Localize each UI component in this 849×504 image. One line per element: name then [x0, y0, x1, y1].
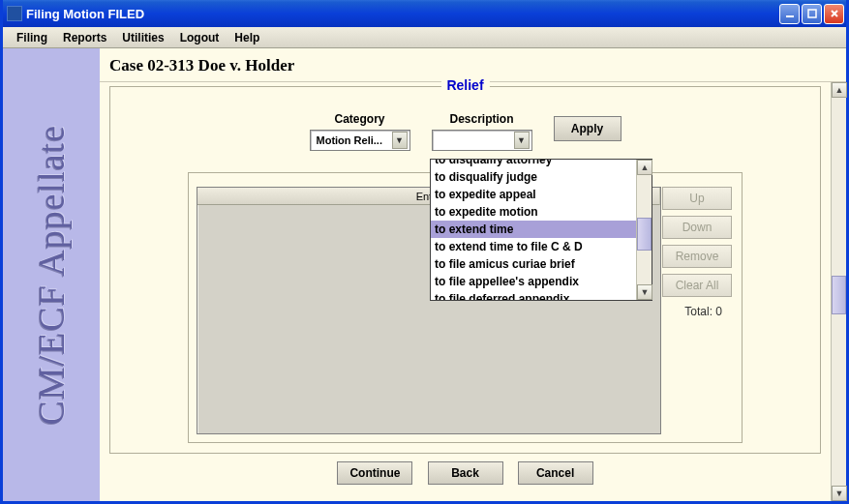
scrollbar-thumb[interactable]	[832, 276, 846, 314]
back-button[interactable]: Back	[428, 461, 503, 485]
category-label: Category	[334, 112, 384, 126]
chevron-down-icon: ▼	[392, 132, 408, 149]
scroll-down-icon[interactable]: ▼	[637, 284, 652, 300]
menu-help[interactable]: Help	[227, 29, 267, 46]
down-button[interactable]: Down	[662, 216, 732, 239]
scroll-down-icon[interactable]: ▼	[832, 486, 847, 501]
dropdown-option[interactable]: to extend time to file C & D	[431, 238, 636, 255]
dropdown-option[interactable]: to expedite motion	[431, 203, 636, 221]
menubar: Filing Reports Utilities Logout Help	[3, 27, 846, 48]
brand-text: CM/ECF Appellate	[30, 125, 73, 426]
cancel-button[interactable]: Cancel	[518, 461, 593, 485]
menu-reports[interactable]: Reports	[55, 29, 114, 46]
dropdown-option[interactable]: to expedite appeal	[431, 186, 636, 203]
dropdown-option[interactable]: to file appellee's appendix	[431, 273, 636, 290]
description-label: Description	[449, 112, 513, 126]
description-dropdown: to disqualify attorney to disqualify jud…	[430, 159, 652, 301]
svg-rect-0	[786, 15, 794, 17]
menu-utilities[interactable]: Utilities	[114, 29, 171, 46]
apply-button[interactable]: Apply	[554, 116, 622, 141]
total-label: Total: 0	[684, 305, 722, 318]
main-scrollbar[interactable]: ▲ ▼	[831, 82, 846, 501]
sidebar: CM/ECF Appellate	[3, 48, 100, 501]
category-value: Motion Reli...	[317, 134, 392, 146]
relief-legend: Relief	[440, 77, 489, 93]
main-panel: Case 02-313 Doe v. Holder Relief Categor…	[100, 48, 846, 501]
description-select[interactable]: ▼	[432, 130, 532, 151]
svg-rect-1	[808, 10, 816, 17]
dropdown-option[interactable]: to disqualify judge	[431, 168, 636, 186]
clear-all-button[interactable]: Clear All	[662, 274, 732, 297]
app-icon	[7, 6, 22, 21]
dropdown-scrollbar[interactable]: ▲ ▼	[636, 160, 652, 300]
dropdown-option[interactable]: to file deferred appendix	[431, 290, 636, 300]
scroll-up-icon[interactable]: ▲	[637, 160, 652, 175]
continue-button[interactable]: Continue	[337, 461, 412, 485]
dropdown-option[interactable]: to disqualify attorney	[431, 160, 636, 168]
category-select[interactable]: Motion Reli... ▼	[310, 130, 410, 151]
dropdown-option[interactable]: to file amicus curiae brief	[431, 255, 636, 273]
chevron-down-icon: ▼	[514, 132, 530, 149]
app-window: Filing Motion FILED Filing Reports Utili…	[0, 0, 849, 504]
footer-buttons: Continue Back Cancel	[109, 454, 821, 492]
up-button[interactable]: Up	[662, 187, 732, 210]
window-title: Filing Motion FILED	[26, 7, 779, 21]
menu-logout[interactable]: Logout	[172, 29, 227, 46]
scrollbar-thumb[interactable]	[637, 218, 652, 251]
relief-group: Relief Category Motion Reli... ▼ Descri	[109, 86, 821, 454]
case-title: Case 02-313 Doe v. Holder	[100, 48, 846, 81]
window-controls	[779, 4, 844, 24]
client-area: CM/ECF Appellate Case 02-313 Doe v. Hold…	[3, 48, 846, 501]
remove-button[interactable]: Remove	[662, 245, 732, 268]
close-button[interactable]	[824, 4, 844, 24]
scroll-area: Relief Category Motion Reli... ▼ Descri	[100, 81, 846, 501]
maximize-button[interactable]	[802, 4, 822, 24]
dropdown-option[interactable]: to extend time	[431, 221, 636, 238]
minimize-button[interactable]	[779, 4, 800, 24]
titlebar: Filing Motion FILED	[3, 0, 846, 27]
menu-filing[interactable]: Filing	[9, 29, 55, 46]
scroll-up-icon[interactable]: ▲	[832, 82, 847, 98]
